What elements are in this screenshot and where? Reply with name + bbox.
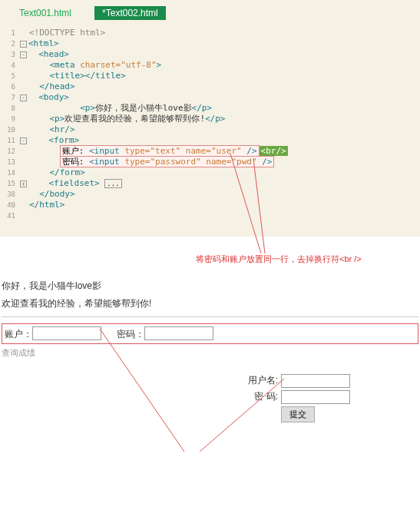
form-highlight-box: 账户： 密码：: [2, 323, 418, 344]
user-label: 账户：: [5, 329, 32, 339]
right-form: 用户名: 密 码: 提交: [240, 374, 418, 422]
code-area[interactable]: 1<!DOCTYPE html>2-<html>3- <head>4 <meta…: [0, 28, 420, 221]
preview-hr: [2, 316, 418, 317]
code-editor: Text001.html *Text002.html 1<!DOCTYPE ht…: [0, 0, 420, 237]
preview-line1: 你好，我是小猫牛love影: [2, 280, 418, 293]
r-pwd-label: 密 码:: [240, 390, 278, 403]
submit-button[interactable]: 提交: [281, 406, 315, 422]
r-pwd-input[interactable]: [281, 390, 350, 404]
tab-text001[interactable]: Text001.html: [12, 6, 79, 20]
preview-line2: 欢迎查看我的经验，希望能够帮到你!: [2, 297, 418, 310]
preview-pane: 你好，我是小猫牛love影 欢迎查看我的经验，希望能够帮到你! 账户： 密码： …: [0, 267, 420, 520]
query-text: 查询成绩: [2, 347, 418, 359]
pwd-label: 密码：: [117, 329, 144, 339]
annotation-text-1: 将密码和账户放置同一行，去掉换行符<br />: [196, 253, 362, 265]
tab-bar: Text001.html *Text002.html: [0, 6, 420, 20]
r-user-input[interactable]: [281, 374, 350, 388]
tab-text002[interactable]: *Text002.html: [94, 6, 166, 20]
user-input[interactable]: [32, 326, 101, 340]
r-user-label: 用户名:: [240, 374, 278, 387]
pwd-input[interactable]: [144, 326, 213, 340]
